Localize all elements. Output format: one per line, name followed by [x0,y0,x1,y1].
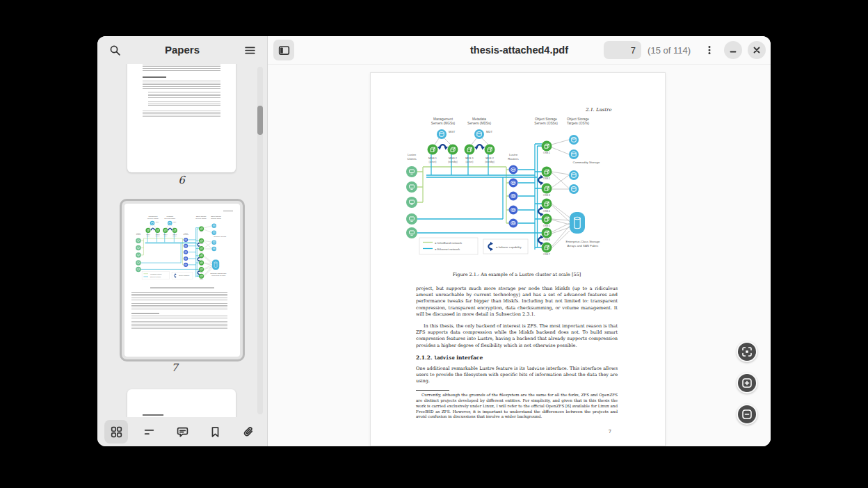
paragraph: In this thesis, the only backend of inte… [416,323,618,349]
thumbnail-page-8[interactable] [127,389,236,417]
more-options-button[interactable] [700,41,718,59]
main-menu-button[interactable] [239,40,260,60]
paragraph-text: One additional remarkable Lustre feature… [416,366,527,371]
paragraph: project, but supports much more storage … [416,286,618,318]
grid-icon [111,426,122,438]
main-header: thesis-attached4.pdf (15 of 114) [268,36,771,65]
thumbnail-page-6[interactable] [127,64,236,172]
section-code: ladvise [434,355,455,361]
footnote: Currently, although the grounds of the f… [416,393,618,420]
zoom-out-icon [741,409,753,420]
zoom-controls [737,341,757,425]
bookmark-icon [209,426,221,438]
inline-code: ladvise [527,366,545,371]
main-pane: thesis-attached4.pdf (15 of 114) [268,36,771,446]
tab-annotations[interactable] [170,420,194,444]
hamburger-menu-icon [244,44,256,56]
footnote-rule [416,390,449,391]
running-header: 2.1. Lustre [585,107,611,113]
paperclip-icon [243,426,255,438]
tab-thumbnails[interactable] [104,420,128,444]
sidebar-header: Papers [97,36,267,64]
minimize-icon [728,45,738,55]
tab-outline[interactable] [138,420,161,444]
body-text: project, but supports much more storage … [416,286,618,425]
page-number: 7 [609,429,611,434]
page-number-input[interactable] [604,41,641,59]
pdf-page: 2.1. Lustre Figure 2.1.: An example of a… [370,72,666,446]
thumbnail-label-7: 7 [120,361,229,374]
document-view[interactable]: 2.1. Lustre Figure 2.1.: An example of a… [268,65,771,446]
lustre-cluster-diagram [400,115,611,263]
section-heading: 2.1.2. ladvise interface [416,355,618,361]
tab-bookmarks[interactable] [204,420,227,444]
thumbnail-page-7[interactable] [120,199,245,361]
minimize-button[interactable] [724,41,742,59]
figure-caption: Figure 2.1.: An example of a Lustre clus… [416,272,618,277]
zoom-in-icon [741,377,753,389]
annotation-bubble-icon [177,426,188,438]
desktop-background: Management Servers (MGSs) Metadata Serve… [0,0,868,488]
page-count-label: (15 of 114) [648,45,691,56]
thumbnail-page-7-preview [124,204,240,357]
sidebar-scrollbar-thumb[interactable] [257,106,263,135]
sidebar: Papers 6 [97,36,268,446]
header-controls: (15 of 114) [604,41,766,59]
zoom-out-button[interactable] [737,404,757,425]
sidebar-toolbar [97,417,267,446]
section-number: 2.1.2. [416,355,433,361]
tab-attachments[interactable] [236,420,260,444]
paragraph: One additional remarkable Lustre feature… [416,365,618,385]
section-rest: interface [456,355,483,361]
outline-icon [143,426,155,438]
papers-window: Papers 6 [97,36,771,446]
thumbnail-list[interactable]: 6 7 [97,64,267,417]
zoom-in-button[interactable] [737,373,757,393]
close-icon [752,45,762,55]
fit-page-button[interactable] [737,341,757,362]
fit-page-icon [741,346,753,357]
thumbnail-label-6: 6 [127,174,236,186]
close-button[interactable] [748,41,766,59]
thumbnail-mini-diagram [133,214,232,284]
kebab-menu-icon [704,44,715,56]
